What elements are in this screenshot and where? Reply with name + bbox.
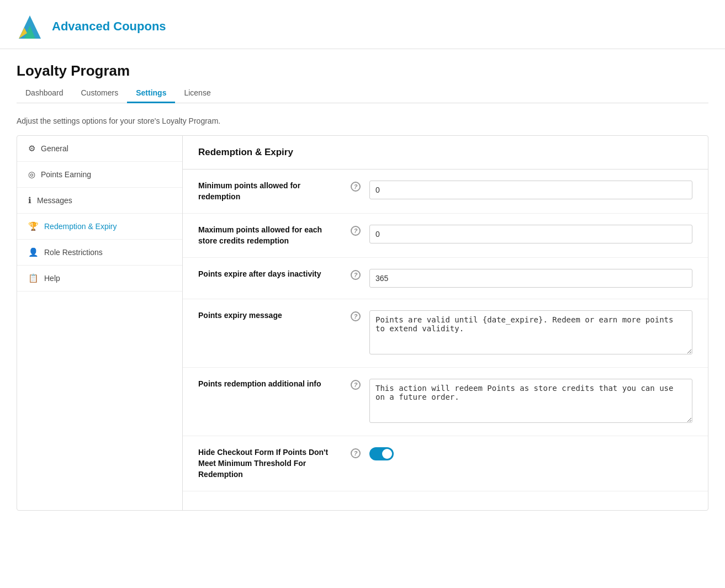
sidebar-item-general[interactable]: ⚙ General [17,136,182,162]
logo-text: Advanced Coupons [52,19,166,34]
redemption-icon: 🏆 [28,221,39,231]
expiry-message-textarea[interactable]: Points are valid until {date_expire}. Re… [369,310,692,354]
min-points-row: Minimum points allowed for redemption ? [183,169,708,214]
sidebar-label-help: Help [44,274,60,283]
hide-checkout-help-icon[interactable]: ? [351,448,361,458]
points-expire-row: Points expire after days inactivity ? [183,258,708,299]
page-title: Loyalty Program [17,62,708,80]
max-points-help-icon[interactable]: ? [351,226,361,236]
redemption-info-help-icon[interactable]: ? [351,380,361,390]
min-points-input[interactable] [369,181,692,199]
points-expire-input[interactable] [369,269,692,288]
tab-settings[interactable]: Settings [127,84,175,103]
hide-checkout-row: Hide Checkout Form If Points Don't Meet … [183,436,708,491]
sidebar-label-general: General [41,144,68,153]
toggle-slider [369,447,394,460]
logo-icon [13,10,46,43]
logo: Advanced Coupons [13,10,712,43]
sidebar-item-role-restrictions[interactable]: 👤 Role Restrictions [17,240,182,266]
sidebar-label-messages: Messages [37,196,72,205]
nav-tabs: Dashboard Customers Settings License [17,84,708,103]
expiry-message-row: Points expiry message ? Points are valid… [183,299,708,368]
tab-dashboard[interactable]: Dashboard [17,84,72,103]
tab-license[interactable]: License [175,84,219,103]
sidebar-item-messages[interactable]: ℹ Messages [17,188,182,214]
redemption-info-label: Points redemption additional info [198,379,321,388]
sidebar: ⚙ General ◎ Points Earning ℹ Messages 🏆 … [17,136,183,510]
sidebar-label-redemption-expiry: Redemption & Expiry [44,222,117,231]
expiry-message-label: Points expiry message [198,311,282,320]
points-expire-label: Points expire after days inactivity [198,269,321,278]
sidebar-item-points-earning[interactable]: ◎ Points Earning [17,162,182,188]
min-points-label: Minimum points allowed for redemption [198,181,300,201]
sidebar-label-role-restrictions: Role Restrictions [44,248,103,257]
max-points-label: Maximum points allowed for each store cr… [198,225,322,245]
page: Loyalty Program Dashboard Customers Sett… [0,49,725,524]
header: Advanced Coupons [0,0,725,49]
help-icon: 📋 [28,273,39,283]
sidebar-item-help[interactable]: 📋 Help [17,266,182,292]
hide-checkout-label: Hide Checkout Form If Points Don't Meet … [198,448,328,478]
page-subtitle: Adjust the settings options for your sto… [17,116,708,125]
settings-layout: ⚙ General ◎ Points Earning ℹ Messages 🏆 … [17,135,708,511]
points-expire-help-icon[interactable]: ? [351,270,361,280]
tab-customers[interactable]: Customers [72,84,128,103]
hide-checkout-toggle[interactable] [369,447,394,460]
redemption-info-textarea[interactable]: This action will redeem Points as store … [369,379,692,423]
expiry-message-help-icon[interactable]: ? [351,311,361,321]
main-content: Redemption & Expiry Minimum points allow… [183,136,708,510]
sidebar-label-points-earning: Points Earning [41,170,91,179]
points-earning-icon: ◎ [28,169,35,179]
max-points-input[interactable] [369,225,692,243]
min-points-help-icon[interactable]: ? [351,182,361,192]
section-title: Redemption & Expiry [183,136,708,169]
messages-icon: ℹ [28,195,31,205]
redemption-info-row: Points redemption additional info ? This… [183,368,708,436]
gear-icon: ⚙ [28,144,35,153]
role-icon: 👤 [28,247,39,257]
max-points-row: Maximum points allowed for each store cr… [183,214,708,258]
sidebar-item-redemption-expiry[interactable]: 🏆 Redemption & Expiry [17,214,182,240]
